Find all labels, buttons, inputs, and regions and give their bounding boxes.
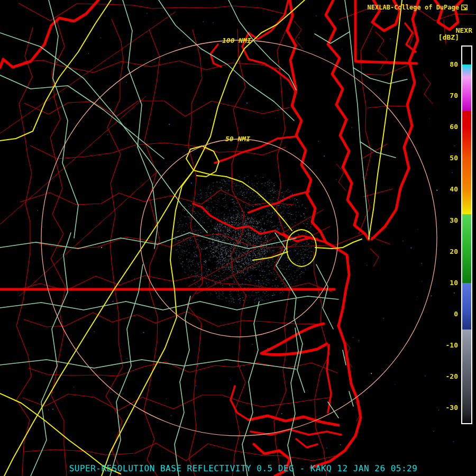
radar-display: 100 NMI 50 NMI NEXLAB-College of DuPage … <box>0 0 476 476</box>
colorbar-tick-50: 50 <box>436 154 458 162</box>
range-ring-label-50nmi: 50 NMI <box>225 135 250 143</box>
base-map-svg <box>0 0 476 476</box>
header-title-bar: NEXLAB-College of DuPage <box>368 4 468 11</box>
colorbar-tick-40: 40 <box>436 186 458 193</box>
colorbar-tick-70: 70 <box>436 92 458 99</box>
nexlab-logo-icon <box>461 4 468 11</box>
colorbar-tick-0: 0 <box>436 310 458 318</box>
range-rings <box>41 40 437 436</box>
colorbar-tick-80: 80 <box>436 61 458 68</box>
colorbar-tick-n20: -20 <box>436 373 458 380</box>
rivers <box>193 0 326 242</box>
reflectivity-color-scale <box>461 45 472 424</box>
colorbar-tick-n30: -30 <box>436 404 458 411</box>
product-caption: SUPER-RESOLUTION BASE REFLECTIVITY 0.5 D… <box>32 463 455 473</box>
colorbar-tick-10: 10 <box>436 279 458 287</box>
colorbar-tick-60: 60 <box>436 123 458 131</box>
colorbar-tick-30: 30 <box>436 217 458 224</box>
site-title: NEXLAB-College of DuPage <box>368 4 459 11</box>
range-ring-label-100nmi: 100 NMI <box>222 36 251 44</box>
colorbar-unit-label: [dBZ] <box>438 33 459 41</box>
colorbar-tick-n10: -10 <box>436 342 458 349</box>
colorbar-tick-20: 20 <box>436 248 458 255</box>
yellow-roads <box>0 0 402 476</box>
